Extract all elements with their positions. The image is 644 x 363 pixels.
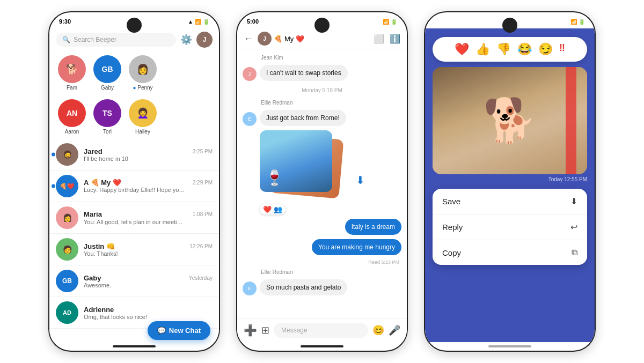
header-icons: ⬜ ℹ️ (374, 34, 400, 44)
copy-label: Copy (442, 248, 461, 257)
phones-container: 9:30 ▲ 📶 🔋 🔍 Search Beeper ⚙️ J 🐕 (0, 0, 644, 363)
search-input-wrap[interactable]: 🔍 Search Beeper (56, 33, 176, 47)
status-icons-3: 📶 🔋 (570, 19, 585, 25)
msg-ellie-1: E Just got back from Rome! (243, 110, 401, 126)
new-chat-button[interactable]: 💬 New Chat (148, 321, 210, 340)
reaction-thumbsdown[interactable]: 👎 (496, 42, 511, 56)
reaction-row: ❤️ 👥 (260, 204, 401, 214)
reaction-thumbsup[interactable]: 👍 (475, 42, 490, 56)
msg-bubble-ellie-2: So much pasta and gelato (260, 279, 347, 295)
time-3: 9:30 (435, 18, 447, 25)
phone-2: 5:00 📶 🔋 ← J 🍕 My ❤️ ⬜ ℹ️ (236, 11, 408, 352)
reaction-picker: ❤️ 👍 👎 😂 😏 ‼ (433, 37, 587, 62)
info-icon[interactable]: ℹ️ (390, 34, 400, 44)
search-icon: 🔍 (62, 36, 70, 43)
photo-timestamp: Today 12:55 PM (425, 174, 595, 184)
emoji-icon[interactable]: 😊 (372, 324, 384, 336)
chat-bubble-icon: 💬 (157, 327, 166, 335)
msg-sent-2: You are making me hungry (243, 239, 401, 255)
reply-icon: ↩ (570, 222, 577, 232)
context-menu-reply[interactable]: Reply ↩ (433, 214, 587, 240)
red-stripe (566, 67, 576, 174)
msg-bubble-jean: I can't wait to swap stories (260, 65, 348, 81)
chat-list: 🧔 Jared 3:25 PM I'll be home in 10 🍕❤️ (49, 139, 219, 342)
msg-jean: J I can't wait to swap stories (243, 65, 401, 81)
dog-photo: 🐕 (433, 67, 587, 174)
sticker-icon[interactable]: ⊞ (261, 324, 269, 336)
context-menu-save[interactable]: Save ⬇ (433, 189, 587, 214)
status-icons-1: ▲ 📶 🔋 (188, 19, 209, 25)
msg-bubble-sent-1: Italy is a dream (345, 219, 401, 235)
download-icon[interactable]: ⬇ (356, 174, 365, 187)
chat-header-avatars: J 🍕 My ❤️ (258, 32, 304, 46)
image-stack: 🍷 ⬇ (260, 130, 356, 200)
reaction-heart[interactable]: ❤️ (455, 42, 469, 56)
message-input[interactable]: Message (274, 323, 368, 338)
phone-notch-1 (127, 18, 142, 33)
gear-icon[interactable]: ⚙️ (180, 34, 192, 46)
read-receipt: Read 5:23 PM (243, 260, 401, 265)
phone2-content: ← J 🍕 My ❤️ ⬜ ℹ️ Jean Kim J I can't (237, 28, 407, 342)
story-item-penny[interactable]: 👩 ● Penny (129, 55, 157, 91)
messages-area: Jean Kim J I can't wait to swap stories … (237, 49, 407, 318)
home-indicator-2 (301, 345, 343, 347)
mic-icon[interactable]: 🎤 (389, 324, 400, 336)
reaction-laugh[interactable]: 😂 (517, 42, 532, 56)
stack-front: 🍷 (260, 130, 332, 192)
context-menu: Save ⬇ Reply ↩ Copy ⧉ (433, 189, 587, 265)
story-row-1: 🐕 Fam GB Gaby 👩 ● Penny Welcome to blue … (49, 51, 219, 95)
phone3-content: ❤️ 👍 👎 😂 😏 ‼ 🐕 Today 12:55 PM Save ⬇ (425, 28, 595, 342)
video-icon[interactable]: ⬜ (374, 34, 384, 44)
story-item-tori[interactable]: TS Tori (93, 99, 121, 135)
reaction-smirk[interactable]: 😏 (538, 42, 553, 56)
phone-1: 9:30 ▲ 📶 🔋 🔍 Search Beeper ⚙️ J 🐕 (48, 11, 220, 352)
story-item-gaby[interactable]: GB Gaby (93, 55, 121, 91)
phone-notch-2 (314, 18, 330, 33)
msg-ellie-2: E So much pasta and gelato (243, 279, 401, 295)
msg-bubble-sent-2: You are making me hungry (312, 239, 401, 255)
phone-3: 9:30 📶 🔋 ❤️ 👍 👎 😂 😏 ‼ 🐕 (424, 11, 596, 352)
sender-ellie-2: Ellie Redman (243, 269, 401, 275)
home-indicator-3 (488, 345, 531, 347)
chat-item-jared[interactable]: 🧔 Jared 3:25 PM I'll be home in 10 (49, 139, 219, 171)
story-item-hailey[interactable]: 👩‍🦱 Hailey (129, 99, 157, 135)
context-menu-copy[interactable]: Copy ⧉ (433, 240, 587, 265)
save-icon: ⬇ (570, 196, 577, 206)
header-avatar-1: J (258, 32, 272, 46)
chat-item-gaby[interactable]: GB Gaby Yesterday Awesome. (49, 265, 219, 297)
chat-item-justin[interactable]: 🧑 Justin 👊 12:26 PM You: Thanks! (49, 234, 219, 265)
new-chat-label: New Chat (169, 327, 201, 335)
date-divider: Monday 5:18 PM (243, 85, 401, 95)
chat-item-maria[interactable]: 👩 Maria 1:08 PM You: All good, let's pla… (49, 202, 219, 234)
sender-ellie: Ellie Redman (243, 100, 401, 106)
save-label: Save (442, 197, 460, 206)
story-row-2: AN Aaron TS Tori 👩‍🦱 Hailey (49, 95, 219, 139)
time-2: 5:00 (247, 18, 259, 25)
search-placeholder: Search Beeper (74, 36, 116, 43)
story-item-fam[interactable]: 🐕 Fam (58, 55, 86, 91)
back-icon[interactable]: ← (244, 33, 253, 45)
chat-input-bar: ➕ ⊞ Message 😊 🎤 (237, 318, 407, 342)
phone-notch-3 (502, 18, 517, 33)
user-avatar[interactable]: J (196, 32, 213, 48)
status-icons-2: 📶 🔋 (383, 19, 397, 25)
reaction-exclaim[interactable]: ‼ (559, 42, 565, 56)
phone1-content: 🔍 Search Beeper ⚙️ J 🐕 Fam GB Gaby 👩 (49, 28, 219, 342)
home-indicator-1 (113, 345, 156, 347)
time-1: 9:30 (59, 18, 71, 25)
msg-bubble-ellie-1: Just got back from Rome! (260, 110, 346, 126)
chat-item-amy[interactable]: 🍕❤️ A 🍕 My ❤️ 2:29 PM Lucy: Happy birthd… (49, 171, 219, 202)
reply-label: Reply (442, 223, 463, 232)
add-icon[interactable]: ➕ (244, 324, 257, 337)
copy-icon: ⧉ (572, 248, 577, 257)
sender-jean: Jean Kim (243, 55, 401, 61)
story-item-aaron[interactable]: AN Aaron (58, 99, 86, 135)
dog-emoji: 🐕 (483, 95, 537, 146)
msg-sent-1: Italy is a dream (243, 219, 401, 235)
